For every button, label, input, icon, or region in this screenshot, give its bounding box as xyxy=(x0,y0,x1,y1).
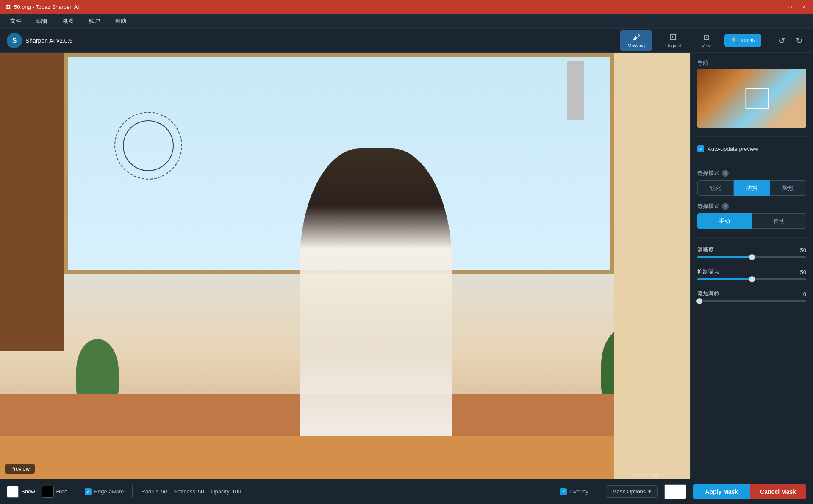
nav-viewport xyxy=(746,88,769,109)
apply-mask-button[interactable]: Apply Mask xyxy=(693,484,750,499)
masking-label: Masking xyxy=(627,43,645,48)
undo-button[interactable]: ↺ xyxy=(775,34,789,47)
app-logo-icon: S xyxy=(7,33,22,48)
menu-help[interactable]: 帮助 xyxy=(112,16,130,27)
softness-value: 50 xyxy=(198,488,204,495)
separator-3 xyxy=(597,485,597,498)
sharpness-header: 清晰度 50 xyxy=(697,246,806,254)
softness-tool: Softness 50 xyxy=(174,488,204,495)
auto-update-checkbox[interactable] xyxy=(697,145,704,152)
mode-label-1-text: 选择模式 xyxy=(697,169,719,177)
sharpness-thumb[interactable] xyxy=(749,254,755,260)
show-swatch[interactable] xyxy=(7,486,19,498)
menu-account[interactable]: 账户 xyxy=(86,16,103,27)
softness-label: Softness xyxy=(174,488,195,495)
mask-options-label: Mask Options xyxy=(612,488,646,495)
separator-2 xyxy=(132,485,133,498)
view-tab[interactable]: ⊡ View xyxy=(694,30,719,51)
redo-button[interactable]: ↻ xyxy=(792,34,806,47)
cancel-mask-button[interactable]: Cancel Mask xyxy=(750,484,806,499)
logo-letter: S xyxy=(12,37,17,44)
nav-section: 导航 xyxy=(697,59,806,128)
character-figure xyxy=(300,148,452,436)
right-panel: 导航 Auto-update preview 选择模式 ? 锐化 防抖 聚焦 xyxy=(690,53,813,479)
mode-label-1: 选择模式 ? xyxy=(697,169,806,177)
original-label: Original xyxy=(665,43,681,48)
processing-mode-group: 手动 自动 xyxy=(697,213,806,229)
separator-1 xyxy=(76,485,76,498)
titlebar-title-text: 50.png - Topaz Sharpen AI xyxy=(14,4,79,10)
stabilize-btn[interactable]: 防抖 xyxy=(734,180,770,196)
menu-file[interactable]: 文件 xyxy=(7,16,25,27)
overlay-checkbox[interactable] xyxy=(560,488,567,495)
mask-options-chevron: ▾ xyxy=(648,488,651,495)
noise-section: 抑制噪点 50 xyxy=(697,268,806,280)
plant-container-left xyxy=(76,339,119,402)
grain-label: 添加颗粒 xyxy=(697,290,719,298)
noise-label: 抑制噪点 xyxy=(697,268,719,276)
hide-swatch[interactable] xyxy=(42,486,54,498)
bookshelf xyxy=(0,53,64,351)
titlebar-controls: — □ ✕ xyxy=(772,4,808,10)
close-button[interactable]: ✕ xyxy=(800,4,808,10)
opacity-value: 100 xyxy=(232,488,241,495)
hide-tool: Hide xyxy=(42,486,68,498)
mode-section-1: 选择模式 ? 锐化 防抖 聚焦 xyxy=(697,169,806,196)
preview-label: Preview xyxy=(5,464,35,474)
sharpness-label: 清晰度 xyxy=(697,246,714,254)
sharpen-btn[interactable]: 锐化 xyxy=(697,180,734,196)
grain-value: 0 xyxy=(803,291,806,297)
canvas-area[interactable]: Preview www.52pojie.cn xyxy=(0,53,690,479)
show-label[interactable]: Show xyxy=(21,488,35,495)
panel-divider-1 xyxy=(697,136,806,137)
overlay-tool: Overlay xyxy=(560,488,588,495)
view-icon: ⊡ xyxy=(703,33,710,42)
noise-value: 50 xyxy=(800,269,806,275)
noise-fill xyxy=(697,278,752,280)
nav-thumbnail[interactable] xyxy=(697,69,806,128)
bottom-bar: Show Hide Edge-aware Radius 50 Softness … xyxy=(0,479,813,504)
grain-track[interactable] xyxy=(697,300,806,302)
radius-value: 50 xyxy=(161,488,167,495)
noise-track[interactable] xyxy=(697,278,806,280)
right-decoration xyxy=(614,53,690,479)
masking-tab[interactable]: 🖌 Masking xyxy=(620,30,652,51)
mask-preview-swatch xyxy=(664,484,686,499)
lamp xyxy=(567,61,584,120)
hide-label[interactable]: Hide xyxy=(56,488,68,495)
sharpness-track[interactable] xyxy=(697,256,806,258)
overlay-label: Overlay xyxy=(569,488,588,495)
original-tab[interactable]: 🖼 Original xyxy=(658,30,689,51)
app-name: Sharpen AI v2.0.5 xyxy=(25,37,72,44)
menubar: 文件 编辑 视图 账户 帮助 xyxy=(0,14,813,29)
masking-icon: 🖌 xyxy=(633,33,640,42)
help-icon-2[interactable]: ? xyxy=(722,203,729,210)
maximize-button[interactable]: □ xyxy=(787,4,794,10)
noise-header: 抑制噪点 50 xyxy=(697,268,806,276)
zoom-button[interactable]: 🔍 100% xyxy=(724,34,761,47)
manual-btn[interactable]: 手动 xyxy=(697,213,752,229)
panel-divider-2 xyxy=(697,161,806,161)
auto-btn[interactable]: 自动 xyxy=(752,213,807,229)
logo-area: S Sharpen AI v2.0.5 xyxy=(7,33,72,48)
help-icon-1[interactable]: ? xyxy=(722,170,729,177)
noise-thumb[interactable] xyxy=(749,276,755,282)
action-buttons: Apply Mask Cancel Mask xyxy=(693,484,806,499)
panel-divider-3 xyxy=(697,237,806,238)
menu-view[interactable]: 视图 xyxy=(59,16,77,27)
grain-thumb[interactable] xyxy=(696,298,702,304)
main-area: Preview www.52pojie.cn 导航 Auto-update pr… xyxy=(0,53,813,479)
menu-edit[interactable]: 编辑 xyxy=(33,16,51,27)
opacity-tool: Opacity 100 xyxy=(211,488,241,495)
sharpen-mode-group: 锐化 防抖 聚焦 xyxy=(697,180,806,196)
mask-options-button[interactable]: Mask Options ▾ xyxy=(606,485,658,498)
mode-section-2: 选择模式 ? 手动 自动 xyxy=(697,202,806,229)
grain-section: 添加颗粒 0 xyxy=(697,290,806,302)
edge-aware-checkbox[interactable] xyxy=(85,488,92,495)
focus-btn[interactable]: 聚焦 xyxy=(770,180,806,196)
edge-aware-tool: Edge-aware xyxy=(85,488,124,495)
minimize-button[interactable]: — xyxy=(772,4,780,10)
radius-tool: Radius 50 xyxy=(141,488,167,495)
zoom-level: 100% xyxy=(741,37,755,44)
titlebar-icon: 🖼 xyxy=(5,4,11,10)
